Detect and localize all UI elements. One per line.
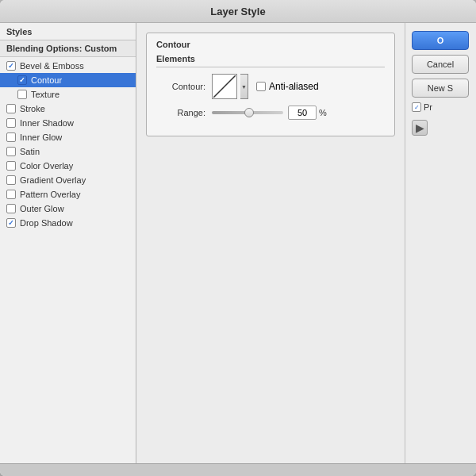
left-panel: Styles Blending Options: Custom Bevel & …: [0, 23, 136, 463]
inner-glow-label: Inner Glow: [20, 132, 62, 142]
contour-field-label: Contour:: [156, 82, 212, 91]
sidebar-item-gradient-overlay[interactable]: Gradient Overlay: [0, 173, 136, 187]
ok-button[interactable]: O: [412, 31, 469, 50]
section-title: Contour: [156, 40, 385, 49]
layer-effects-list: Bevel & Emboss Contour Texture Stroke: [0, 57, 136, 463]
drop-shadow-label: Drop Shadow: [20, 218, 73, 228]
dialog-body: Styles Blending Options: Custom Bevel & …: [0, 23, 476, 463]
bevel-emboss-checkbox[interactable]: [6, 61, 16, 71]
preview-row: Pr: [412, 102, 470, 112]
inner-shadow-label: Inner Shadow: [20, 118, 74, 128]
new-style-button[interactable]: New S: [412, 79, 469, 98]
sidebar-item-texture[interactable]: Texture: [0, 87, 136, 102]
range-unit-label: %: [319, 108, 327, 117]
gradient-overlay-label: Gradient Overlay: [20, 175, 86, 185]
bevel-emboss-label: Bevel & Emboss: [20, 61, 84, 71]
anti-alias-label: Anti-aliased: [269, 81, 319, 92]
cancel-button[interactable]: Cancel: [412, 55, 469, 74]
range-slider-track[interactable]: [212, 111, 283, 114]
outer-glow-checkbox[interactable]: [6, 204, 16, 213]
color-overlay-checkbox[interactable]: [6, 161, 16, 171]
range-slider-thumb[interactable]: [244, 108, 254, 117]
outer-glow-label: Outer Glow: [20, 204, 64, 213]
sidebar-item-inner-shadow[interactable]: Inner Shadow: [0, 116, 136, 130]
range-field-label: Range:: [156, 108, 212, 117]
contour-row: Contour: ▼ Anti-aliased: [156, 74, 385, 99]
drop-shadow-checkbox[interactable]: [6, 218, 16, 228]
texture-label: Texture: [31, 90, 60, 99]
range-row: Range: %: [156, 106, 385, 120]
sidebar-item-pattern-overlay[interactable]: Pattern Overlay: [0, 187, 136, 202]
layer-style-dialog: Layer Style Styles Blending Options: Cus…: [0, 0, 476, 476]
stroke-checkbox[interactable]: [6, 104, 16, 113]
contour-thumbnail[interactable]: [212, 74, 237, 99]
sidebar-item-satin[interactable]: Satin: [0, 144, 136, 159]
center-panel: Contour Elements Contour: ▼: [136, 23, 405, 463]
expand-button[interactable]: ▶: [412, 120, 428, 136]
pattern-overlay-checkbox[interactable]: [6, 190, 16, 199]
subsection-title: Elements: [156, 54, 385, 67]
contour-section: Contour Elements Contour: ▼: [146, 33, 395, 136]
inner-shadow-checkbox[interactable]: [6, 118, 16, 128]
contour-dropdown-button[interactable]: ▼: [240, 74, 248, 99]
contour-curve-svg: [213, 75, 236, 98]
ok-label: O: [437, 36, 444, 45]
cancel-label: Cancel: [427, 60, 454, 69]
gradient-overlay-checkbox[interactable]: [6, 175, 16, 185]
texture-checkbox[interactable]: [17, 90, 27, 99]
contour-label: Contour: [31, 75, 62, 85]
sidebar-item-outer-glow[interactable]: Outer Glow: [0, 202, 136, 216]
dialog-title: Layer Style: [210, 6, 265, 17]
stroke-label: Stroke: [20, 104, 45, 113]
anti-alias-row: Anti-aliased: [256, 81, 319, 92]
blending-options[interactable]: Blending Options: Custom: [0, 40, 136, 57]
pattern-overlay-label: Pattern Overlay: [20, 190, 80, 199]
sidebar-item-drop-shadow[interactable]: Drop Shadow: [0, 216, 136, 230]
sidebar-item-bevel-emboss[interactable]: Bevel & Emboss: [0, 59, 136, 73]
sidebar-item-inner-glow[interactable]: Inner Glow: [0, 130, 136, 144]
range-slider-container: %: [212, 106, 327, 120]
anti-alias-checkbox[interactable]: [256, 82, 266, 91]
preview-label: Pr: [424, 102, 432, 112]
sidebar-item-contour[interactable]: Contour: [0, 73, 136, 87]
satin-checkbox[interactable]: [6, 147, 16, 156]
title-bar: Layer Style: [0, 0, 476, 23]
bottom-bar: [0, 463, 476, 476]
expand-icon: ▶: [416, 121, 424, 134]
color-overlay-label: Color Overlay: [20, 161, 73, 171]
sidebar-item-stroke[interactable]: Stroke: [0, 102, 136, 116]
styles-header: Styles: [0, 23, 136, 40]
satin-label: Satin: [20, 147, 40, 156]
new-style-label: New S: [428, 83, 453, 93]
range-value-input[interactable]: [288, 106, 317, 120]
sidebar-item-color-overlay[interactable]: Color Overlay: [0, 159, 136, 173]
contour-checkbox[interactable]: [17, 75, 27, 85]
preview-checkbox[interactable]: [412, 102, 421, 112]
inner-glow-checkbox[interactable]: [6, 132, 16, 142]
right-panel: O Cancel New S Pr ▶: [405, 23, 476, 463]
